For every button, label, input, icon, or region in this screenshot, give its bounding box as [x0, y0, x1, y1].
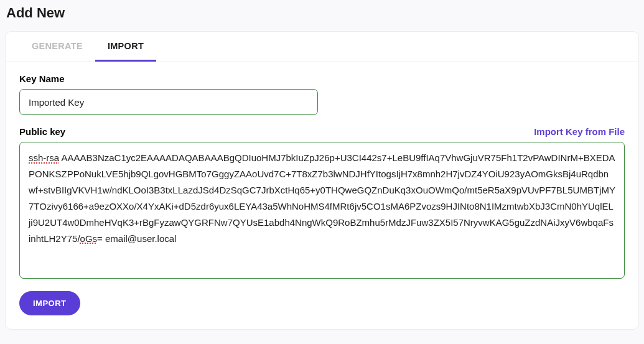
add-new-card: GENERATE IMPORT Key Name Public key Impo… [5, 31, 639, 330]
card-body: Key Name Public key Import Key from File… [6, 62, 638, 329]
tabs: GENERATE IMPORT [6, 32, 638, 62]
public-key-field-group: Public key Import Key from File ssh-rsa … [19, 126, 625, 279]
import-key-from-file-link[interactable]: Import Key from File [534, 126, 625, 137]
public-key-tail: oGs [80, 233, 98, 244]
public-key-prefix: ssh-rsa [29, 152, 59, 163]
tab-generate[interactable]: GENERATE [19, 32, 95, 62]
key-name-field-group: Key Name [19, 73, 625, 115]
public-key-suffix: = email@user.local [97, 233, 176, 244]
import-button[interactable]: IMPORT [19, 291, 80, 315]
public-key-body: AAAAB3NzaC1yc2EAAAADAQABAAABgQDIuoHMJ7bk… [29, 152, 615, 244]
public-key-content: ssh-rsa AAAAB3NzaC1yc2EAAAADAQABAAABgQDI… [29, 150, 615, 247]
public-key-label: Public key [19, 126, 65, 137]
public-key-textarea[interactable]: ssh-rsa AAAAB3NzaC1yc2EAAAADAQABAAABgQDI… [19, 142, 625, 279]
public-key-label-row: Public key Import Key from File [19, 126, 625, 137]
key-name-label: Key Name [19, 73, 625, 84]
key-name-input[interactable] [19, 89, 318, 115]
tab-import[interactable]: IMPORT [95, 32, 156, 62]
page-title: Add New [6, 5, 639, 21]
